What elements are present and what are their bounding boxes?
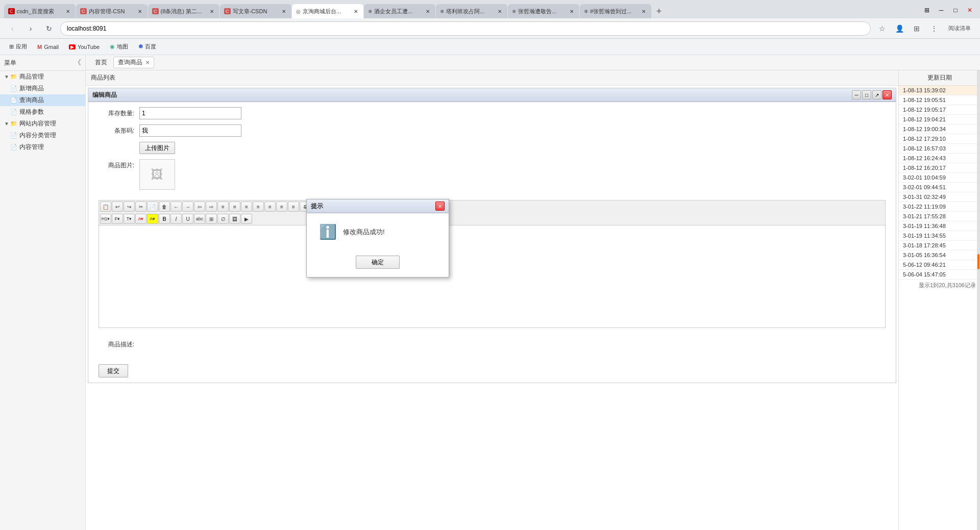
modal-overlay: 提示 ✕ ℹ️ 修改商品成功! 确定 [0, 0, 980, 530]
modal-title: 提示 [311, 202, 435, 211]
modal-titlebar: 提示 ✕ [307, 199, 449, 213]
modal-ok-button[interactable]: 确定 [356, 256, 400, 269]
modal-info-icon: ℹ️ [319, 223, 337, 240]
modal-body: ℹ️ 修改商品成功! [307, 213, 449, 250]
modal-footer: 确定 [307, 250, 449, 277]
modal-close-button[interactable]: ✕ [435, 201, 445, 211]
modal-message-text: 修改商品成功! [343, 228, 385, 237]
modal-dialog: 提示 ✕ ℹ️ 修改商品成功! 确定 [306, 199, 449, 277]
